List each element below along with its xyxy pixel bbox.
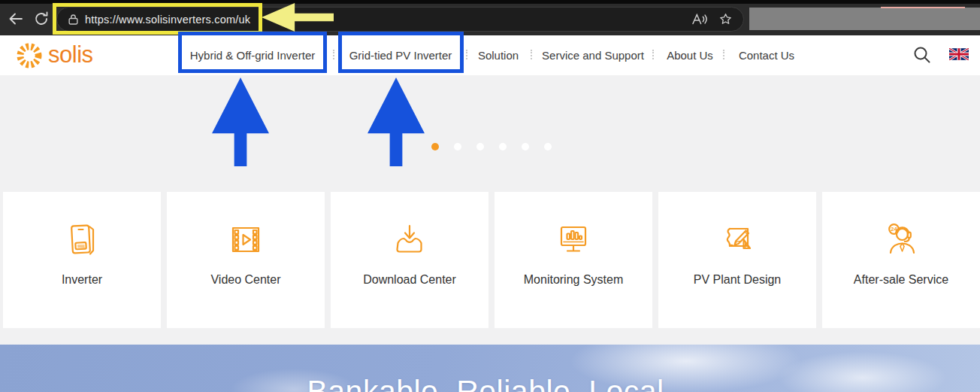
nav-separator [333,50,334,59]
uk-flag-icon[interactable] [949,48,969,60]
search-icon[interactable] [912,45,932,65]
hero-headline: Bankable. Reliable. Local. [0,374,980,392]
card-inverter[interactable]: Inverter [3,192,161,328]
download-icon [389,219,430,261]
card-label: Video Center [210,273,280,287]
redacted-toolbar-area [749,8,980,30]
card-label: Inverter [62,273,102,287]
card-after-sale-service[interactable]: 24 After-sale Service [822,192,980,328]
monitoring-icon [553,219,594,261]
nav-contact-us[interactable]: Contact Us [739,49,794,62]
card-label: PV Plant Design [694,273,782,287]
carousel-dot-4[interactable] [499,143,507,150]
logo-wordmark: solis [48,43,93,69]
redaction-accent-line [881,7,965,8]
screenshot-root: https://www.solisinverters.com/uk [0,0,980,392]
blue-up-arrow-gridtied [368,77,425,166]
nav-separator [723,50,724,59]
nav-separator [652,50,654,59]
nav-service-and-support[interactable]: Service and Support [542,49,644,62]
carousel-dot-5[interactable] [522,143,529,150]
nav-separator [531,50,532,59]
card-monitoring-system[interactable]: Monitoring System [495,192,652,328]
after-sale-icon: 24 [881,219,921,261]
card-label: Monitoring System [524,273,624,287]
refresh-icon[interactable] [33,11,50,27]
carousel-dot-2[interactable] [454,143,461,150]
video-center-icon [225,219,266,261]
nav-solution[interactable]: Solution [478,49,519,62]
nav-highlight-box-hybrid [178,32,327,73]
blue-up-arrow-hybrid [212,77,269,166]
card-video-center[interactable]: Video Center [167,192,325,328]
card-label: After-sale Service [854,273,948,287]
carousel-dot-3[interactable] [476,143,484,150]
card-pv-plant-design[interactable]: PV Plant Design [658,192,816,328]
badge-24: 24 [891,226,897,232]
solis-sunburst-icon [15,41,44,70]
back-icon[interactable] [8,11,24,27]
read-aloud-icon[interactable] [691,13,708,26]
site-header: solis Hybrid & Off-grid Inverter Grid-ti… [0,35,980,75]
nav-about-us[interactable]: About Us [667,49,713,62]
inverter-icon [62,219,102,261]
hero-banner: Bankable. Reliable. Local. [0,345,980,392]
carousel-dots [431,143,552,150]
url-highlight-box [53,3,262,35]
carousel-dot-1[interactable] [431,143,439,150]
favorite-star-icon[interactable] [718,12,733,26]
card-label: Download Center [363,273,456,287]
nav-highlight-box-gridtied [338,32,464,73]
solis-logo[interactable]: solis [15,41,93,70]
carousel-dot-6[interactable] [544,143,552,150]
pv-design-icon [717,219,758,261]
nav-separator [466,50,467,59]
card-download-center[interactable]: Download Center [331,192,488,328]
